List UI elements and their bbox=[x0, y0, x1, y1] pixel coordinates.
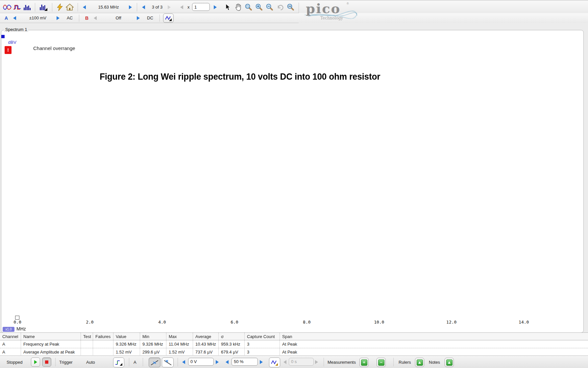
table-cell: 679.4 µV bbox=[219, 348, 245, 356]
pretrigger-ruler-button[interactable] bbox=[269, 357, 280, 367]
threshold-input[interactable] bbox=[188, 358, 214, 366]
table-row[interactable]: AFrequency at Peak9.326 MHz9.326 MHz11.0… bbox=[0, 340, 588, 348]
logo-sub-text: Technology bbox=[320, 16, 343, 20]
scope-view-icon[interactable] bbox=[3, 3, 12, 12]
trigger-source-value[interactable]: A bbox=[134, 360, 136, 365]
threshold-up-arrow[interactable] bbox=[216, 360, 219, 364]
hysteresis-down-arrow[interactable] bbox=[226, 360, 229, 364]
table-cell bbox=[93, 348, 113, 356]
channel-a-coupling-value[interactable]: AC bbox=[67, 15, 73, 20]
rulers-panel-button[interactable]: ▲ bbox=[415, 358, 424, 367]
axis-scale-handle[interactable] bbox=[15, 316, 19, 320]
x-axis-label: 4.0 bbox=[154, 320, 170, 325]
table-cell: Frequency at Peak bbox=[21, 340, 81, 348]
falling-edge-icon bbox=[163, 359, 172, 366]
rising-edge-button[interactable] bbox=[149, 357, 160, 367]
zoom-decrease-arrow[interactable] bbox=[180, 5, 183, 9]
frequency-range-value[interactable]: 15.63 MHz bbox=[89, 5, 128, 10]
stop-capture-button[interactable] bbox=[42, 357, 51, 367]
trigger-label: Trigger bbox=[59, 360, 73, 365]
channel-a-range-value[interactable]: ±100 mV bbox=[20, 15, 55, 20]
spectrum-view-icon[interactable] bbox=[22, 3, 32, 12]
x-axis-unit-label: MHz bbox=[16, 326, 26, 331]
falling-edge-button[interactable] bbox=[162, 357, 174, 367]
spectrum-tab-label: Spectrum 1 bbox=[4, 27, 28, 32]
main-toolbar: 15.63 MHz 3 of 3 x 100 bbox=[0, 0, 588, 14]
table-header-cell: Span bbox=[280, 333, 588, 340]
toolbar-separator bbox=[178, 358, 178, 366]
channel-a-label[interactable]: A bbox=[5, 15, 8, 21]
table-cell: 299.6 µV bbox=[140, 348, 166, 356]
trigger-mode-value[interactable]: Auto bbox=[86, 360, 95, 365]
notes-panel-button[interactable]: ▲ bbox=[445, 358, 454, 367]
channel-b-range-value[interactable]: Off bbox=[105, 15, 132, 20]
x-axis-label: 8.0 bbox=[299, 320, 315, 325]
zoom-window-icon[interactable] bbox=[244, 3, 253, 12]
home-icon[interactable] bbox=[65, 3, 74, 12]
table-header-cell: Min bbox=[140, 333, 166, 340]
auto-setup-icon[interactable] bbox=[55, 3, 64, 12]
table-header-cell: Channel bbox=[0, 333, 21, 340]
table-row[interactable]: AAverage Amplitude at Peak1.52 mV299.6 µ… bbox=[0, 348, 588, 356]
logo-registered-mark: ® bbox=[347, 2, 349, 5]
panel-open-icon: ▲ bbox=[446, 359, 453, 366]
range-next-arrow[interactable] bbox=[129, 5, 132, 9]
table-cell: 10.43 MHz bbox=[193, 340, 219, 348]
range-previous-arrow[interactable] bbox=[83, 5, 86, 9]
table-header-row: ChannelNameTestFailuresValueMinMaxAverag… bbox=[0, 333, 588, 340]
channel-a-range-down-arrow[interactable] bbox=[13, 16, 16, 20]
table-header-cell: Failures bbox=[93, 333, 113, 340]
ruler-handle-button[interactable] bbox=[163, 13, 174, 23]
pointer-icon[interactable] bbox=[223, 3, 232, 12]
zoom-increase-arrow[interactable] bbox=[214, 5, 217, 9]
channel-a-range-up-arrow[interactable] bbox=[57, 16, 60, 20]
remove-measurement-button[interactable]: − bbox=[377, 358, 386, 367]
x-axis-label: 12.0 bbox=[444, 320, 459, 325]
ruler-handle-icon bbox=[271, 359, 279, 366]
table-header-cell: Max bbox=[166, 333, 193, 340]
channel-b-range-up-arrow[interactable] bbox=[137, 16, 140, 20]
table-cell: At Peak bbox=[280, 348, 588, 356]
square-wave-icon[interactable] bbox=[12, 3, 22, 12]
toolbar-separator bbox=[35, 3, 35, 12]
table-header-cell: σ bbox=[219, 333, 245, 340]
buffer-nav-value: 3 of 3 bbox=[148, 5, 166, 10]
table-cell bbox=[81, 340, 93, 348]
pan-icon[interactable] bbox=[233, 3, 243, 12]
table-header-cell: Average bbox=[193, 333, 219, 340]
table-cell: A bbox=[0, 348, 21, 356]
pretrigger-up-arrow[interactable] bbox=[315, 360, 318, 364]
toolbar-separator bbox=[55, 358, 56, 366]
logo-brand-text: pico bbox=[306, 1, 341, 16]
buffer-previous-arrow[interactable] bbox=[142, 5, 145, 9]
table-cell: Average Amplitude at Peak bbox=[21, 348, 81, 356]
channel-a-axis-marker[interactable] bbox=[1, 35, 5, 38]
table-cell: 11.04 MHz bbox=[166, 340, 193, 348]
hysteresis-up-arrow[interactable] bbox=[260, 360, 263, 364]
buffer-next-arrow[interactable] bbox=[168, 5, 171, 9]
channel-b-label[interactable]: B bbox=[85, 15, 88, 21]
hysteresis-input[interactable] bbox=[232, 358, 258, 366]
spectrum-options-icon[interactable] bbox=[39, 3, 48, 12]
zoom-out-icon[interactable] bbox=[265, 3, 274, 12]
chart-title-annotation: Figure 2: Long Wei ripple spectrum, 10 v… bbox=[100, 71, 380, 82]
toolbar-separator bbox=[137, 3, 137, 12]
channel-b-range-down-arrow[interactable] bbox=[94, 16, 97, 20]
zoom-in-icon[interactable] bbox=[255, 3, 264, 12]
y-axis-unit-label: dBV bbox=[0, 40, 16, 45]
start-capture-button[interactable] bbox=[31, 357, 40, 367]
threshold-down-arrow[interactable] bbox=[182, 360, 185, 364]
overrange-warning-text: Channel overrange bbox=[33, 45, 75, 51]
toolbar-separator bbox=[143, 358, 143, 366]
add-measurement-button[interactable]: + bbox=[359, 358, 369, 367]
zoom-factor-input[interactable] bbox=[192, 3, 210, 11]
toolbar-separator bbox=[324, 358, 324, 366]
trigger-type-icon bbox=[115, 359, 123, 366]
pretrigger-down-arrow[interactable] bbox=[283, 360, 286, 364]
trigger-type-button[interactable] bbox=[113, 357, 124, 367]
table-header-cell: Capture Count bbox=[245, 333, 280, 340]
zoom-100-icon[interactable]: 100 bbox=[286, 3, 295, 12]
undo-zoom-icon[interactable] bbox=[276, 3, 285, 12]
table-cell: 1.52 mV bbox=[113, 348, 140, 356]
channel-b-coupling-value[interactable]: DC bbox=[147, 15, 153, 20]
